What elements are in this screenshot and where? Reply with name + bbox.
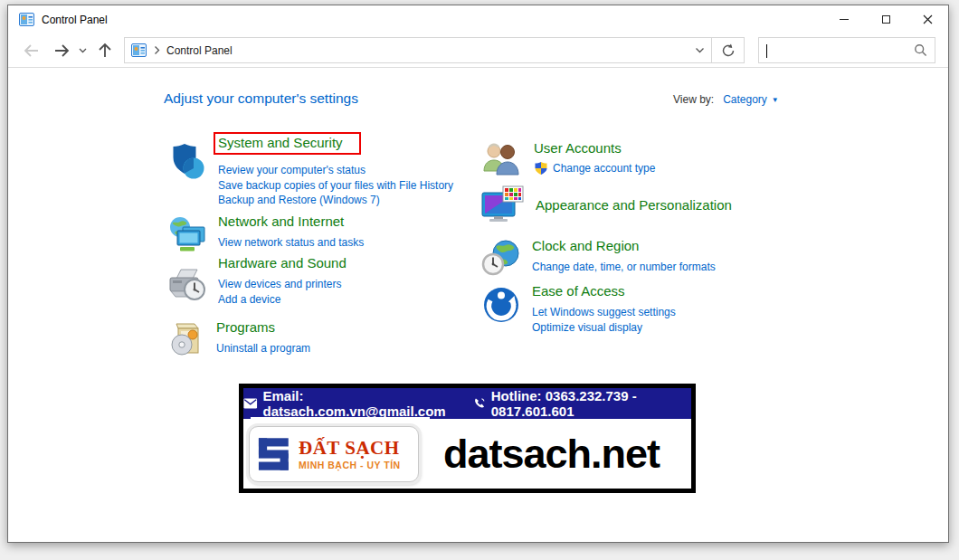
- dropdown-chevron-icon: [695, 47, 705, 54]
- banner-contact-bar: Email: datsach.com.vn@gmail.com Hotline:…: [243, 388, 691, 419]
- desktop-background: Control Panel: [0, 0, 959, 560]
- address-dropdown-button[interactable]: [688, 38, 711, 62]
- maximize-icon: [882, 15, 890, 24]
- address-bar[interactable]: Control Panel: [124, 37, 712, 63]
- category-ease-of-access: Ease of Access Let Windows suggest setti…: [481, 283, 676, 335]
- logo-title: ĐẤT SẠCH: [299, 438, 401, 458]
- logo-s-icon: [255, 435, 293, 473]
- network-internet-icon[interactable]: [167, 215, 207, 255]
- ease-of-access-icon[interactable]: [481, 285, 521, 325]
- logo-subtitle: MINH BẠCH - UY TÍN: [299, 460, 401, 470]
- minimize-button[interactable]: [823, 5, 865, 33]
- close-icon: [923, 14, 933, 24]
- page-title: Adjust your computer's settings: [164, 90, 358, 107]
- category-network-and-internet: Network and Internet View network status…: [167, 214, 364, 255]
- up-button[interactable]: [91, 37, 119, 64]
- control-panel-home: Adjust your computer's settings View by:…: [8, 69, 948, 542]
- search-icon: [914, 43, 927, 57]
- back-button[interactable]: [17, 37, 44, 64]
- link-view-network-status-and-tasks[interactable]: View network status and tasks: [218, 235, 364, 251]
- banner-hotline: Hotline: 0363.232.739 - 0817.601.601: [491, 388, 691, 419]
- control-panel-icon: [19, 13, 34, 26]
- window-title: Control Panel: [42, 14, 108, 26]
- up-icon: [97, 42, 113, 59]
- view-by-label: View by:: [673, 93, 714, 106]
- banner-email-group: Email: datsach.com.vn@gmail.com: [243, 388, 459, 419]
- refresh-button[interactable]: [712, 37, 745, 63]
- link-review-your-computers-status[interactable]: Review your computer's status: [218, 163, 453, 178]
- category-title-programs[interactable]: Programs: [216, 319, 275, 335]
- link-add-a-device[interactable]: Add a device: [218, 292, 347, 308]
- datsach-logo: ĐẤT SẠCH MINH BẠCH - UY TÍN: [249, 426, 419, 482]
- control-panel-window: Control Panel: [7, 5, 949, 543]
- category-title-appearance-and-personalization[interactable]: Appearance and Personalization: [536, 197, 732, 213]
- close-button[interactable]: [907, 5, 948, 33]
- category-appearance-and-personalization: Appearance and Personalization: [481, 185, 732, 226]
- view-by-dropdown[interactable]: Category: [723, 93, 767, 106]
- category-user-accounts: User Accounts Change account type: [481, 140, 655, 180]
- forward-icon: [53, 43, 71, 59]
- banner-email: Email: datsach.com.vn@gmail.com: [263, 388, 460, 419]
- programs-icon[interactable]: [167, 321, 205, 359]
- link-change-account-type[interactable]: Change account type: [553, 161, 655, 176]
- clock-region-icon[interactable]: [481, 238, 521, 278]
- link-change-date-time-or-number-formats[interactable]: Change date, time, or number formats: [532, 260, 716, 275]
- banner-site-name: datsach.net: [419, 431, 684, 478]
- link-optimize-visual-display[interactable]: Optimize visual display: [532, 320, 676, 336]
- category-title-hardware-and-sound[interactable]: Hardware and Sound: [218, 255, 347, 271]
- minimize-icon: [840, 19, 849, 20]
- category-title-clock-and-region[interactable]: Clock and Region: [532, 238, 639, 253]
- view-by-chevron-icon: ▼: [772, 96, 779, 104]
- history-chevron-icon: [79, 48, 87, 53]
- breadcrumb[interactable]: Control Panel: [166, 44, 233, 57]
- recent-pages-button[interactable]: [75, 37, 90, 64]
- category-system-and-security: System and Security Review your computer…: [167, 135, 453, 208]
- title-bar: Control Panel: [8, 5, 948, 33]
- view-by-control: View by: Category ▼: [673, 93, 779, 106]
- text-caret: [766, 44, 767, 58]
- back-icon: [23, 43, 40, 59]
- datsach-watermark-banner: Email: datsach.com.vn@gmail.com Hotline:…: [239, 384, 696, 493]
- category-clock-and-region: Clock and Region Change date, time, or n…: [481, 238, 716, 278]
- category-title-system-and-security[interactable]: System and Security: [214, 132, 361, 155]
- control-panel-icon: [131, 43, 147, 57]
- search-input[interactable]: [759, 38, 914, 62]
- category-title-ease-of-access[interactable]: Ease of Access: [532, 283, 625, 299]
- envelope-icon: [243, 397, 258, 410]
- system-security-icon[interactable]: [167, 142, 207, 182]
- user-accounts-icon[interactable]: [481, 140, 523, 180]
- refresh-icon: [721, 43, 736, 58]
- hardware-sound-icon[interactable]: [167, 264, 207, 304]
- category-hardware-and-sound: Hardware and Sound View devices and prin…: [167, 255, 347, 307]
- link-view-devices-and-printers[interactable]: View devices and printers: [218, 277, 347, 292]
- category-programs: Programs Uninstall a program: [167, 319, 310, 359]
- category-title-user-accounts[interactable]: User Accounts: [534, 140, 622, 156]
- uac-shield-icon: [534, 161, 548, 176]
- category-title-network-and-internet[interactable]: Network and Internet: [218, 214, 344, 229]
- link-uninstall-a-program[interactable]: Uninstall a program: [216, 341, 310, 356]
- search-box[interactable]: [758, 37, 935, 63]
- forward-button[interactable]: [48, 37, 75, 64]
- link-let-windows-suggest-settings[interactable]: Let Windows suggest settings: [532, 305, 676, 320]
- maximize-button[interactable]: [865, 5, 907, 33]
- breadcrumb-chevron-icon: [154, 45, 160, 55]
- appearance-icon[interactable]: [481, 185, 525, 226]
- banner-hotline-group: Hotline: 0363.232.739 - 0817.601.601: [473, 388, 691, 419]
- banner-body: ĐẤT SẠCH MINH BẠCH - UY TÍN datsach.net: [243, 419, 691, 489]
- email-underline: [251, 417, 430, 419]
- link-backup-and-restore-windows-7[interactable]: Backup and Restore (Windows 7): [218, 193, 453, 208]
- link-save-backup-copies-file-history[interactable]: Save backup copies of your files with Fi…: [218, 178, 453, 194]
- navigation-bar: Control Panel: [8, 33, 948, 68]
- phone-icon: [473, 396, 486, 411]
